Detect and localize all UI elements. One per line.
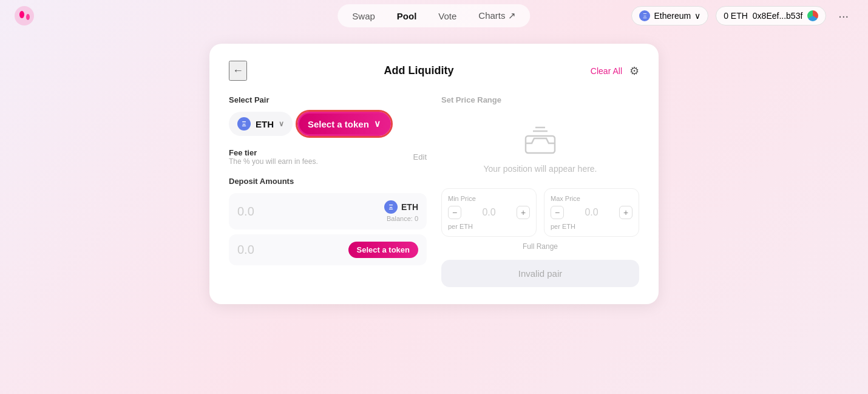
min-price-increment[interactable]: + xyxy=(517,206,530,219)
select-pair-label: Select Pair xyxy=(229,95,427,104)
right-column: Set Price Range Your position will appea… xyxy=(441,95,639,287)
select-token-button[interactable]: Select a token ∨ xyxy=(297,112,391,136)
select-token-label: Select a token xyxy=(308,119,369,129)
max-price-label: Max Price xyxy=(551,195,580,202)
set-price-label: Set Price Range xyxy=(441,95,501,104)
card-header-right: Clear All ⚙ xyxy=(591,64,639,78)
clear-all-button[interactable]: Clear All xyxy=(591,66,622,76)
wallet-button[interactable]: 0 ETH 0x8Eef...b53f xyxy=(716,6,826,25)
card-header: ← Add Liquidity Clear All ⚙ xyxy=(229,61,639,81)
max-price-increment[interactable]: + xyxy=(619,206,632,219)
min-per-eth-label: per ETH xyxy=(448,223,473,230)
eth-symbol: ETH xyxy=(256,119,274,129)
max-price-value: 0.0 xyxy=(585,207,598,218)
deposit-token-name-1[interactable]: Ξ ETH xyxy=(384,200,418,214)
svg-point-0 xyxy=(15,6,34,25)
eth-chevron-icon: ∨ xyxy=(279,120,284,128)
settings-button[interactable]: ⚙ xyxy=(629,64,639,78)
logo[interactable] xyxy=(15,6,34,25)
add-liquidity-card: ← Add Liquidity Clear All ⚙ Select Pair … xyxy=(209,44,659,304)
network-selector[interactable]: Ξ Ethereum ∨ xyxy=(631,6,708,25)
left-column: Select Pair Ξ ETH ∨ Select a token ∨ xyxy=(229,95,427,287)
nav-swap[interactable]: Swap xyxy=(342,7,385,25)
deposit-input-2: 0.0 Select a token xyxy=(229,234,427,265)
position-placeholder-text: Your position will appear here. xyxy=(483,164,597,174)
max-per-eth-label: per ETH xyxy=(551,223,575,230)
max-price-decrement[interactable]: − xyxy=(551,206,564,219)
select-token-chevron-icon: ∨ xyxy=(374,118,381,129)
eth-icon: Ξ xyxy=(237,117,251,131)
nav-links: Swap Pool Vote Charts ↗ xyxy=(337,4,530,27)
network-label: Ethereum xyxy=(654,11,691,21)
empty-position-icon: Your position will appear here. xyxy=(483,126,597,174)
card-body: Select Pair Ξ ETH ∨ Select a token ∨ xyxy=(229,95,639,287)
main-content: ← Add Liquidity Clear All ⚙ Select Pair … xyxy=(0,32,868,304)
chevron-down-icon: ∨ xyxy=(694,11,700,21)
price-range-row: Min Price − 0.0 + per ETH Max Price − 0.… xyxy=(441,188,639,237)
min-price-controls: − 0.0 + xyxy=(448,206,530,219)
deposit-amounts-label: Deposit Amounts xyxy=(229,177,427,186)
more-options-button[interactable]: ··· xyxy=(833,7,853,25)
wallet-avatar xyxy=(807,10,818,21)
fee-tier-info: Fee tier The % you will earn in fees. xyxy=(229,148,318,166)
invalid-pair-button: Invalid pair xyxy=(441,260,639,287)
svg-point-1 xyxy=(19,11,24,18)
min-price-box: Min Price − 0.0 + per ETH xyxy=(441,188,537,237)
svg-point-2 xyxy=(26,14,30,20)
min-price-label: Min Price xyxy=(448,195,476,202)
fee-tier-row: Fee tier The % you will earn in fees. Ed… xyxy=(229,148,427,166)
max-price-controls: − 0.0 + xyxy=(551,206,632,219)
wallet-address: 0x8Eef...b53f xyxy=(753,11,803,21)
deposit-input-1: 0.0 Ξ ETH Balance: 0 xyxy=(229,193,427,229)
min-price-decrement[interactable]: − xyxy=(448,206,461,219)
deposit-amount-2[interactable]: 0.0 xyxy=(237,243,254,257)
ethereum-icon: Ξ xyxy=(639,10,650,21)
inbox-svg-icon xyxy=(523,126,557,155)
full-range-row: Full Range xyxy=(441,240,639,251)
deposit-amount-1[interactable]: 0.0 xyxy=(237,205,254,219)
fee-tier-label: Fee tier xyxy=(229,148,318,157)
back-button[interactable]: ← xyxy=(229,61,247,81)
full-range-label[interactable]: Full Range xyxy=(523,242,558,251)
pair-row: Ξ ETH ∨ Select a token ∨ xyxy=(229,112,427,136)
fee-tier-subtitle: The % you will earn in fees. xyxy=(229,157,318,166)
fee-tier-edit-button[interactable]: Edit xyxy=(413,152,427,161)
nav-pool[interactable]: Pool xyxy=(387,7,427,25)
card-title: Add Liquidity xyxy=(384,64,453,77)
deposit-select-token-button[interactable]: Select a token xyxy=(348,242,418,258)
deposit-token-info-1: Ξ ETH Balance: 0 xyxy=(384,200,418,222)
nav-charts[interactable]: Charts ↗ xyxy=(469,7,525,25)
deposit-balance-1: Balance: 0 xyxy=(387,215,418,222)
top-nav: Swap Pool Vote Charts ↗ Ξ Ethereum ∨ 0 E… xyxy=(0,0,868,32)
nav-right: Ξ Ethereum ∨ 0 ETH 0x8Eef...b53f ··· xyxy=(631,6,853,25)
nav-vote[interactable]: Vote xyxy=(429,7,466,25)
max-price-box: Max Price − 0.0 + per ETH xyxy=(544,188,639,237)
eth-balance: 0 ETH xyxy=(724,11,748,21)
eth-token-select[interactable]: Ξ ETH ∨ xyxy=(229,112,293,136)
min-price-value: 0.0 xyxy=(482,207,495,218)
eth-deposit-icon: Ξ xyxy=(384,200,398,214)
